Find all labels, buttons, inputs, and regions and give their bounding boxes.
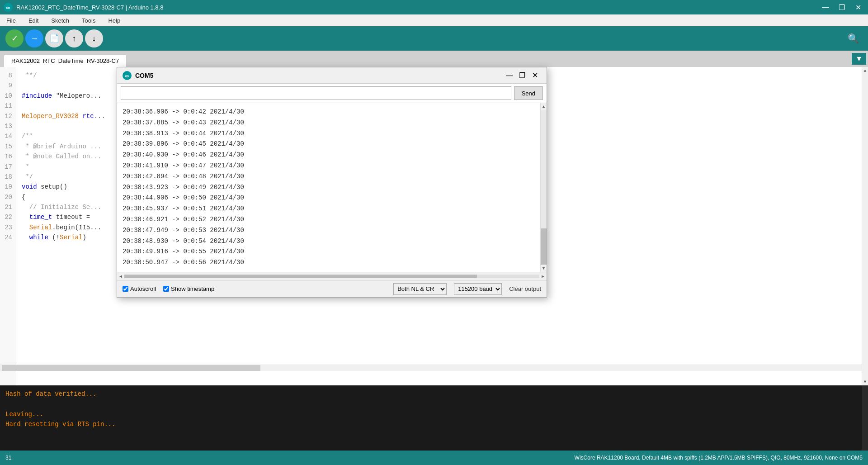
serial-output-line: 20:38:44.906 -> 0:0:50 2021/4/30: [123, 193, 535, 204]
clear-output-button[interactable]: Clear output: [509, 285, 541, 292]
console-line: Leaving...: [5, 409, 863, 419]
menu-edit[interactable]: Edit: [26, 16, 41, 25]
line-num: 14: [2, 131, 12, 141]
com5-input-row: Send: [117, 84, 547, 103]
serial-output-line: 20:38:43.923 -> 0:0:49 2021/4/30: [123, 182, 535, 193]
maximize-button[interactable]: ❐: [835, 1, 848, 14]
com5-output-container: 20:38:36.906 -> 0:0:42 2021/4/3020:38:37…: [117, 103, 547, 272]
status-bar: 31 WisCore RAK11200 Board, Default 4MB w…: [0, 451, 868, 465]
line-col-indicator: 31: [5, 455, 11, 461]
tab-dropdown-button[interactable]: ▼: [852, 53, 866, 65]
vscroll-track: [541, 110, 547, 265]
timestamp-checkbox[interactable]: [163, 286, 169, 292]
serial-output-line: 20:38:47.949 -> 0:0:53 2021/4/30: [123, 225, 535, 236]
verify-button[interactable]: ✓: [5, 29, 24, 47]
vscroll-down-arrow[interactable]: ▼: [541, 265, 547, 272]
serial-output-line: 20:38:48.930 -> 0:0:54 2021/4/30: [123, 236, 535, 247]
line-num: 17: [2, 162, 12, 172]
serial-output-line: 20:38:40.930 -> 0:0:46 2021/4/30: [123, 150, 535, 161]
com5-titlebar: ∞ COM5 — ❐ ✕: [117, 67, 547, 84]
line-num: 10: [2, 91, 12, 101]
hscroll-left-arrow[interactable]: ◀: [117, 272, 124, 280]
com5-serial-output[interactable]: 20:38:36.906 -> 0:0:42 2021/4/3020:38:37…: [117, 103, 540, 272]
open-button[interactable]: ↑: [65, 29, 83, 47]
line-ending-select[interactable]: Both NL & CR No line ending Newline Carr…: [393, 283, 447, 295]
title-bar-controls: — ❐ ✕: [819, 1, 864, 14]
serial-output-line: 20:38:36.906 -> 0:0:42 2021/4/30: [123, 107, 535, 118]
console-line: [5, 399, 863, 409]
com5-vscrollbar[interactable]: ▲ ▼: [540, 103, 547, 272]
line-num: 15: [2, 142, 12, 152]
com5-footer: Autoscroll Show timestamp Both NL & CR N…: [117, 280, 547, 297]
hscroll-track: [124, 275, 539, 278]
com5-serial-input[interactable]: [121, 86, 511, 100]
tab-label: RAK12002_RTC_DateTime_RV-3028-C7: [11, 57, 119, 64]
minimize-button[interactable]: —: [819, 1, 832, 14]
menu-tools[interactable]: Tools: [79, 16, 98, 25]
board-info: WisCore RAK11200 Board, Default 4MB with…: [575, 455, 863, 461]
serial-output-line: 20:38:41.910 -> 0:0:47 2021/4/30: [123, 161, 535, 171]
baud-rate-select[interactable]: 115200 baud 9600 baud 57600 baud: [454, 283, 502, 295]
console-line: Hash of data verified...: [5, 389, 863, 399]
com5-close-button[interactable]: ✕: [528, 69, 541, 82]
line-num: 20: [2, 192, 12, 202]
line-numbers: 8 9 10 11 12 13 14 15 16 17 18 19 20 21 …: [0, 67, 16, 385]
serial-output-line: 20:38:45.937 -> 0:0:51 2021/4/30: [123, 204, 535, 214]
menu-bar: File Edit Sketch Tools Help: [0, 14, 868, 26]
com5-serial-monitor: ∞ COM5 — ❐ ✕ Send 20:38:36.906 -> 0:0:42…: [117, 67, 547, 298]
line-num: 8: [2, 71, 12, 81]
vscroll-thumb[interactable]: [541, 228, 547, 265]
console-output: Hash of data verified... Leaving... Hard…: [0, 385, 868, 433]
line-num: 13: [2, 121, 12, 131]
save-button[interactable]: ↓: [85, 29, 103, 47]
line-num: 12: [2, 111, 12, 121]
serial-output-line: 20:38:42.894 -> 0:0:48 2021/4/30: [123, 171, 535, 182]
serial-output-line: 20:38:37.885 -> 0:0:43 2021/4/30: [123, 118, 535, 128]
upload-button[interactable]: →: [25, 29, 43, 47]
title-bar: ∞ RAK12002_RTC_DateTime_RV-3028-C7 | Ard…: [0, 0, 868, 14]
menu-sketch[interactable]: Sketch: [48, 16, 72, 25]
timestamp-label[interactable]: Show timestamp: [163, 285, 214, 292]
com5-hscrollbar[interactable]: ◀ ▶: [117, 272, 547, 280]
line-num: 9: [2, 81, 12, 90]
editor-scrollbar[interactable]: ▲ ▼: [862, 67, 868, 385]
svg-text:∞: ∞: [6, 5, 10, 11]
line-num: 21: [2, 202, 12, 212]
vscroll-up-arrow[interactable]: ▲: [541, 103, 547, 110]
com5-title: COM5: [135, 72, 153, 79]
line-num: 24: [2, 232, 12, 242]
line-num: 11: [2, 101, 12, 111]
line-num: 19: [2, 182, 12, 192]
com5-maximize-button[interactable]: ❐: [516, 69, 528, 82]
arduino-logo-icon: ∞: [4, 3, 13, 12]
serial-output-line: 20:38:49.916 -> 0:0:55 2021/4/30: [123, 247, 535, 257]
console-scrollbar[interactable]: [862, 385, 868, 451]
autoscroll-label[interactable]: Autoscroll: [123, 285, 156, 292]
editor-hscrollbar[interactable]: [0, 365, 862, 371]
svg-text:∞: ∞: [125, 73, 129, 79]
console-line: Hard resetting via RTS pin...: [5, 419, 863, 429]
line-num: 22: [2, 212, 12, 222]
tab-bar: RAK12002_RTC_DateTime_RV-3028-C7 ▼: [0, 51, 868, 67]
line-num: 18: [2, 172, 12, 182]
toolbar: ✓ → 📄 ↑ ↓ 🔍: [0, 26, 868, 51]
line-num: 23: [2, 223, 12, 232]
close-button[interactable]: ✕: [852, 1, 864, 14]
timestamp-text: Show timestamp: [171, 285, 214, 292]
com5-minimize-button[interactable]: —: [503, 69, 516, 82]
autoscroll-text: Autoscroll: [130, 285, 156, 292]
com5-send-button[interactable]: Send: [514, 86, 543, 100]
new-button[interactable]: 📄: [45, 29, 63, 47]
serial-output-line: 20:38:39.896 -> 0:0:45 2021/4/30: [123, 139, 535, 150]
editor-tab[interactable]: RAK12002_RTC_DateTime_RV-3028-C7: [4, 54, 127, 67]
search-button[interactable]: 🔍: [844, 29, 863, 47]
title-bar-left: ∞ RAK12002_RTC_DateTime_RV-3028-C7 | Ard…: [4, 3, 163, 12]
hscroll-thumb[interactable]: [124, 275, 477, 278]
serial-output-line: 20:38:38.913 -> 0:0:44 2021/4/30: [123, 128, 535, 139]
serial-output-line: 20:38:50.947 -> 0:0:56 2021/4/30: [123, 257, 535, 268]
hscroll-right-arrow[interactable]: ▶: [539, 272, 547, 280]
menu-file[interactable]: File: [4, 16, 19, 25]
autoscroll-checkbox[interactable]: [123, 286, 128, 292]
console-area: Hash of data verified... Leaving... Hard…: [0, 385, 868, 451]
menu-help[interactable]: Help: [105, 16, 123, 25]
